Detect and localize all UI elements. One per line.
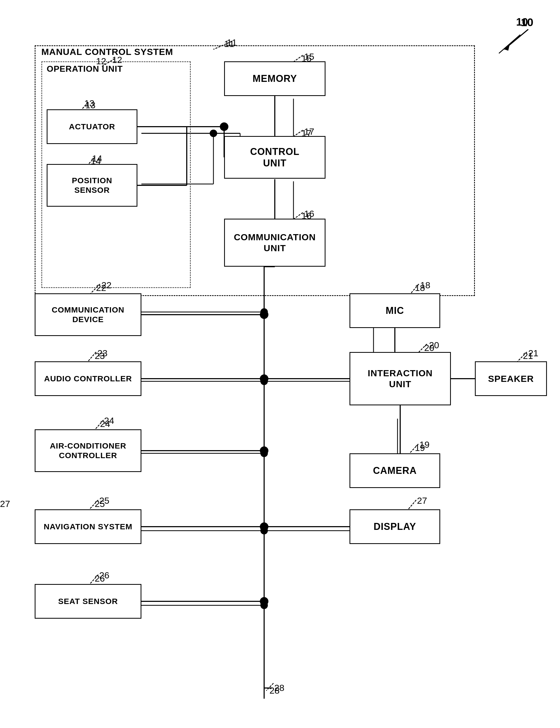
svg-point-18 [260,527,268,534]
ref-11-num: 11 [227,37,237,48]
position-sensor-box: POSITION SENSOR [47,164,137,207]
navigation-system-box: NAVIGATION SYSTEM [35,509,141,544]
ref-24-num: 24 [104,415,114,426]
diagram: 10 MANUAL CONTROL SYSTEM 11 OPERATION UN… [0,0,560,728]
ref-27: 27 [0,499,10,509]
ref-15-num: 15 [304,51,314,62]
ref-22-num: 22 [101,280,112,291]
communication-unit-box: COMMUNICATION UNIT [224,219,325,267]
audio-controller-box: AUDIO CONTROLLER [35,361,141,396]
speaker-box: SPEAKER [475,361,547,396]
svg-point-53 [260,597,268,606]
actuator-box: ACTUATOR [47,109,137,144]
svg-line-70 [408,500,416,509]
manual-control-system-label: MANUAL CONTROL SYSTEM [41,47,173,57]
ref-27-num: 27 [417,495,427,506]
ref-14-num: 14 [92,153,102,164]
svg-point-43 [260,374,268,383]
ref-19-num: 19 [419,439,430,450]
ref-13-num: 13 [84,98,94,109]
ref-12: 12 [96,56,106,66]
control-unit-box: CONTROL UNIT [224,136,325,179]
ref-10-num: 10 [521,16,533,29]
svg-line-28 [504,29,528,49]
mic-box: MIC [349,293,440,328]
ref-16-num: 16 [304,209,314,219]
display-box: DISPLAY [349,509,440,544]
ref-20-num: 20 [429,340,439,351]
memory-box: MEMORY [224,61,325,96]
svg-marker-29 [504,45,510,51]
svg-point-40 [260,311,268,319]
svg-point-48 [260,446,268,455]
air-conditioner-box: AIR-CONDITIONER CONTROLLER [35,429,141,472]
ref-28-num: 28 [274,683,284,693]
seat-sensor-box: SEAT SENSOR [35,584,141,619]
ref-23-num: 23 [97,348,108,359]
ref-21-num: 21 [528,348,538,359]
ref-18-num: 18 [420,280,430,291]
operation-unit-label: OPERATION UNIT [47,64,123,74]
svg-point-21 [260,602,268,609]
svg-point-13 [260,377,268,385]
communication-device-box: COMMUNICATION DEVICE [35,293,141,336]
ref-26-num: 26 [99,570,109,580]
svg-line-0 [499,35,520,53]
ref-17-num: 17 [304,126,314,137]
svg-point-8 [260,308,268,316]
ref-12-num: 12 [112,55,122,65]
svg-point-50 [260,522,268,531]
svg-point-16 [260,449,268,457]
camera-box: CAMERA [349,453,440,488]
interaction-unit-box: INTERACTION UNIT [349,352,451,405]
ref-25-num: 25 [99,495,109,506]
